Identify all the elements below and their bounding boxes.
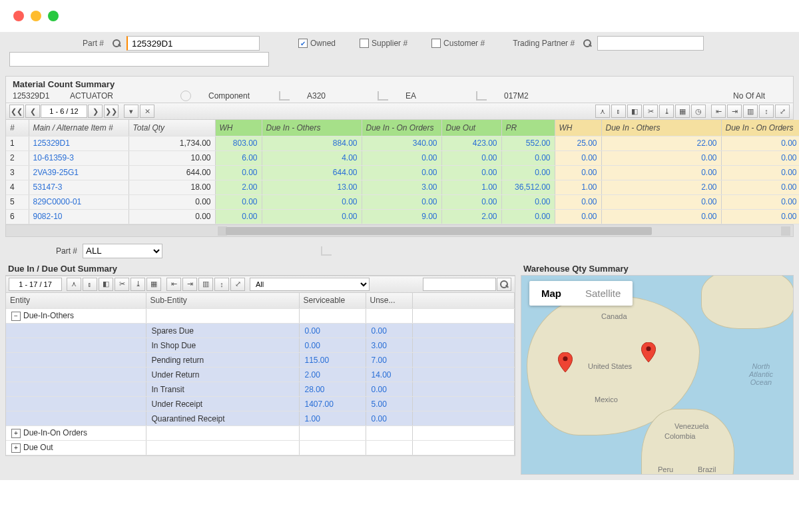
col-g-pr[interactable]: PR: [501, 120, 555, 136]
serviceable[interactable]: 115.00: [299, 353, 366, 368]
trading-input[interactable]: [597, 36, 704, 51]
c-sub[interactable]: Sub-Entity: [146, 293, 299, 309]
clear-filter-btn[interactable]: ⨯: [140, 105, 154, 118]
pager-first[interactable]: ❮❮: [9, 105, 24, 118]
t10[interactable]: ↕: [214, 278, 229, 291]
serviceable[interactable]: 28.00: [299, 382, 366, 397]
max-dot[interactable]: [48, 11, 59, 21]
cell-gold[interactable]: 0.00: [721, 209, 799, 224]
cell-gold[interactable]: 1.00: [555, 180, 601, 194]
tool-cal[interactable]: ▦: [675, 105, 690, 118]
unserviceable[interactable]: 3.00: [366, 338, 412, 353]
table-row[interactable]: 210-61359-310.006.004.000.000.000.000.00…: [6, 150, 799, 165]
cell-green[interactable]: 1.00: [441, 180, 501, 194]
cell-green[interactable]: 0.00: [262, 194, 362, 209]
due-search-btn[interactable]: [497, 278, 511, 291]
group-name[interactable]: +Due Out: [6, 441, 146, 455]
pager-input[interactable]: [41, 105, 87, 118]
col-g-others[interactable]: Due In - Others: [262, 120, 362, 136]
serviceable[interactable]: 0.00: [299, 338, 366, 353]
table-row[interactable]: 32VA39-25G1644.000.00644.000.000.000.000…: [6, 165, 799, 180]
cell-green[interactable]: 0.00: [501, 209, 555, 224]
sub-row[interactable]: Spares Due0.000.00: [6, 324, 515, 338]
col-g-orders[interactable]: Due In - On Orders: [362, 120, 441, 136]
sub-row[interactable]: Pending return115.007.00: [6, 353, 515, 368]
cell-green[interactable]: 13.00: [262, 180, 362, 194]
table-row[interactable]: 453147-318.002.0013.003.001.0036,512.001…: [6, 180, 799, 194]
cell-green[interactable]: 0.00: [262, 209, 362, 224]
due-search[interactable]: [423, 278, 496, 291]
col-g-out[interactable]: Due Out: [441, 120, 501, 136]
cell-green[interactable]: 36,512.00: [501, 180, 555, 194]
unserviceable[interactable]: 14.00: [366, 368, 412, 382]
cell-green[interactable]: 0.00: [215, 209, 262, 224]
scroll-thumb[interactable]: [226, 227, 652, 235]
pager-next[interactable]: ❯: [88, 105, 103, 118]
part-input[interactable]: [127, 36, 260, 51]
t1[interactable]: ⋏: [67, 278, 81, 291]
search-icon[interactable]: [583, 39, 592, 48]
cell-green[interactable]: 0.00: [501, 150, 555, 165]
sub-row[interactable]: Under Return2.0014.00: [6, 368, 515, 382]
t6[interactable]: ▦: [146, 278, 161, 291]
cell-item[interactable]: 125329D1: [29, 136, 129, 150]
table-row[interactable]: 1125329D11,734.00803.00884.00340.00423.0…: [6, 136, 799, 150]
t9[interactable]: ▥: [198, 278, 213, 291]
cell-green[interactable]: 0.00: [501, 165, 555, 180]
tool-sort[interactable]: ↕: [759, 105, 774, 118]
cell-gold[interactable]: 25.00: [555, 136, 601, 150]
cell-green[interactable]: 0.00: [362, 150, 441, 165]
group-row[interactable]: −Due-In-Others: [6, 309, 515, 324]
tool-shield[interactable]: ◧: [627, 105, 642, 118]
map-tab-map[interactable]: Map: [529, 281, 573, 306]
t5[interactable]: ⤓: [131, 278, 145, 291]
cell-item[interactable]: 53147-3: [29, 180, 129, 194]
col-g-wh[interactable]: WH: [215, 120, 262, 136]
pager-prev[interactable]: ❮: [25, 105, 40, 118]
unserviceable[interactable]: 0.00: [366, 411, 412, 426]
tool-export[interactable]: ⤓: [659, 105, 674, 118]
col-item[interactable]: Main / Alternate Item #: [29, 120, 129, 136]
map-tab-sat[interactable]: Satellite: [573, 281, 633, 306]
cell-green[interactable]: 0.00: [441, 194, 501, 209]
group-name[interactable]: +Due-In-On Orders: [6, 426, 146, 441]
min-dot[interactable]: [31, 11, 41, 21]
map-pin-west[interactable]: [558, 352, 573, 372]
cell-gold[interactable]: 22.00: [601, 136, 721, 150]
table-row[interactable]: 5829C0000-010.000.000.000.000.000.000.00…: [6, 194, 799, 209]
supplier-checkbox[interactable]: Supplier #: [360, 39, 407, 48]
cell-green[interactable]: 884.00: [262, 136, 362, 150]
due-pager[interactable]: [9, 278, 62, 291]
tool-clock[interactable]: ◷: [691, 105, 706, 118]
t11[interactable]: ⤢: [230, 278, 245, 291]
t3[interactable]: ◧: [99, 278, 113, 291]
cell-green[interactable]: 0.00: [362, 165, 441, 180]
pager-last[interactable]: ❯❯: [104, 105, 119, 118]
cell-green[interactable]: 552.00: [501, 136, 555, 150]
t7[interactable]: ⇤: [166, 278, 181, 291]
secondary-input[interactable]: [9, 52, 269, 67]
cell-green[interactable]: 0.00: [362, 194, 441, 209]
cell-green[interactable]: 0.00: [441, 150, 501, 165]
col-y-orders[interactable]: Due In - On Orders: [721, 120, 799, 136]
cell-green[interactable]: 2.00: [441, 209, 501, 224]
c-unse[interactable]: Unse...: [366, 293, 412, 309]
cell-green[interactable]: 340.00: [362, 136, 441, 150]
cell-gold[interactable]: 0.00: [721, 194, 799, 209]
cell-green[interactable]: 9.00: [362, 209, 441, 224]
group-name[interactable]: −Due-In-Others: [6, 309, 146, 324]
sub-row[interactable]: In Shop Due0.003.00: [6, 338, 515, 353]
map-pin-east[interactable]: [641, 342, 656, 362]
cell-gold[interactable]: 0.00: [555, 150, 601, 165]
cell-green[interactable]: 803.00: [215, 136, 262, 150]
expand-icon[interactable]: +: [11, 429, 21, 438]
cell-green[interactable]: 0.00: [215, 194, 262, 209]
expand-icon[interactable]: −: [11, 312, 21, 321]
search-icon[interactable]: [112, 39, 121, 48]
t8[interactable]: ⇥: [182, 278, 197, 291]
cell-gold[interactable]: 0.00: [601, 150, 721, 165]
tool-b1[interactable]: ⇤: [711, 105, 726, 118]
cell-green[interactable]: 2.00: [215, 180, 262, 194]
cell-gold[interactable]: 2.00: [601, 180, 721, 194]
group-row[interactable]: +Due Out: [6, 441, 515, 455]
